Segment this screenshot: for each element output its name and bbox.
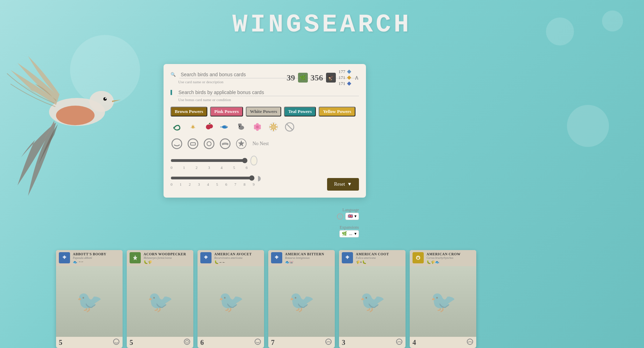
language-control: Language ? 🇬🇧 ▾ <box>337 207 359 220</box>
card-points-6: 4 <box>413 339 416 347</box>
expansions-control: Expansions 🌿 ... ▾ <box>339 225 359 237</box>
svg-point-31 <box>204 139 214 149</box>
card-nest-icon-5 <box>396 338 403 347</box>
card-footer-2: 5 <box>127 337 193 348</box>
chevron-down-icon: ▾ <box>354 214 356 219</box>
svg-point-2 <box>103 97 107 101</box>
stat3-value: 171 <box>339 81 346 86</box>
stats-area: 39 🌿 356 🦅 177 171 171 ∧ <box>287 69 359 86</box>
language-select-row: ? 🇬🇧 ▾ <box>337 213 359 220</box>
brown-powers-tag[interactable]: Brown Powers <box>171 107 207 116</box>
svg-marker-6 <box>347 76 351 80</box>
reset-button[interactable]: Reset ▼ <box>327 178 359 191</box>
ground-nest-icon[interactable] <box>219 137 231 150</box>
bird-card-acorn-woodpecker[interactable]: Acorn Woodpecker Melanerpes formicivorus… <box>127 250 193 348</box>
svg-point-3 <box>105 98 106 99</box>
language-dropdown[interactable]: 🇬🇧 ▾ <box>345 213 359 220</box>
habitat-icon <box>59 252 70 263</box>
food-berry-icon[interactable] <box>203 121 215 133</box>
card-title-block-2: Acorn Woodpecker Melanerpes formicivorus… <box>144 252 191 264</box>
card-body-6: 🐦 <box>410 266 476 337</box>
svg-point-24 <box>256 126 259 128</box>
food-invertebrate-icon[interactable] <box>171 121 183 133</box>
card-body-4: 🐦 <box>268 266 335 337</box>
card-header-2: Acorn Woodpecker Melanerpes formicivorus… <box>127 250 193 266</box>
star-nest-icon[interactable] <box>235 137 248 150</box>
card-food-icon-5: 🌾+🐛 <box>356 260 366 264</box>
diamond-icon-2 <box>347 75 352 80</box>
svg-point-11 <box>226 126 227 127</box>
point-value-slider[interactable] <box>171 175 255 181</box>
yellow-powers-tag[interactable]: Yellow Powers <box>319 107 355 116</box>
language-help-icon[interactable]: ? <box>337 213 343 220</box>
food-icons-row <box>171 121 359 133</box>
diamond-icon-3 <box>347 81 352 86</box>
svg-point-16 <box>239 126 240 127</box>
deco-circle-4 <box>602 10 623 31</box>
svg-marker-5 <box>347 70 351 74</box>
card-food-icon-3: 🐛→← <box>214 260 226 264</box>
bird-card-american-avocet[interactable]: American Avocet Recurvirostra americana … <box>198 250 264 348</box>
food-none-icon[interactable] <box>283 121 296 133</box>
card-latin-name-3: Recurvirostra americana <box>214 256 261 260</box>
card-nest-icon-2 <box>183 338 191 347</box>
filter-icon: ▼ <box>347 182 352 187</box>
habitat-icon-3 <box>200 252 212 263</box>
card-food-icon: 🐟 <box>73 260 77 264</box>
chevron-down-icon-exp: ▾ <box>354 231 356 236</box>
expansion-icon: 🌿 <box>342 231 347 236</box>
card-icons-row-3: 🐛→← <box>214 260 261 264</box>
white-powers-tag[interactable]: White Powers <box>246 107 282 116</box>
card-title-block-3: American Avocet Recurvirostra americana … <box>214 252 261 264</box>
deco-circle-2 <box>567 105 609 147</box>
pink-powers-tag[interactable]: Pink Powers <box>210 107 243 116</box>
teal-powers-tag[interactable]: Teal Powers <box>284 107 316 116</box>
expansions-dropdown[interactable]: 🌿 ... ▾ <box>339 230 359 237</box>
egg-count-slider[interactable] <box>171 158 248 163</box>
food-wild-icon[interactable] <box>267 121 280 133</box>
bird-card-abbotts-booby[interactable]: Abbott's Booby Papasula abbotti 🐟 →← 🐦 5 <box>56 250 123 348</box>
card-header-5: American Coot Fulica americana 🌾+🐛 <box>339 250 406 266</box>
habitat-icon-4 <box>271 252 282 263</box>
card-title-block: Abbott's Booby Papasula abbotti 🐟 →← <box>73 252 120 264</box>
stat-line-2: 171 <box>339 75 352 80</box>
svg-point-32 <box>207 142 211 146</box>
card-title-block-6: American Crow Corvus brachyrhynchos 🐛🌾🐟 <box>427 252 473 264</box>
card-latin-name: Papasula abbotti <box>73 256 120 260</box>
flag-icon: 🇬🇧 <box>348 214 353 219</box>
svg-marker-35 <box>238 141 244 146</box>
deco-circle-3 <box>546 17 574 45</box>
card-bird-name-2: Acorn Woodpecker <box>144 252 191 256</box>
food-rodent-icon[interactable] <box>235 121 248 133</box>
food-nectar-icon[interactable] <box>251 121 264 133</box>
cup-nest-icon[interactable] <box>171 137 183 150</box>
card-body-2: 🐦 <box>127 266 193 337</box>
count1-value: 39 <box>287 73 295 83</box>
bird-card-american-bittern[interactable]: American Bittern Botaurus lentiginosus 🐟… <box>268 250 335 348</box>
svg-point-36 <box>113 339 119 345</box>
card-body-5: 🐦 <box>339 266 406 337</box>
card-points-5: 3 <box>342 339 345 347</box>
svg-point-29 <box>188 139 198 149</box>
card-food-icon-2: 🐛🌾 <box>144 260 152 264</box>
stat-line-1: 177 <box>339 69 352 74</box>
stats-numbers: 177 171 171 <box>339 69 352 86</box>
bird-card-american-coot[interactable]: American Coot Fulica americana 🌾+🐛 🐦 3 <box>339 250 406 348</box>
platform-nest-icon[interactable] <box>187 137 199 150</box>
point-slider-labels: 0 1 2 3 4 5 6 7 8 9 <box>171 182 255 186</box>
bird-silhouette-5: 🐦 <box>359 289 386 314</box>
habitat-icon-6 <box>413 252 424 263</box>
stat-icon-green: 🌿 <box>298 73 308 83</box>
svg-point-1 <box>89 91 114 112</box>
svg-point-37 <box>184 339 190 345</box>
food-seed-icon[interactable] <box>187 121 199 133</box>
cavity-nest-icon[interactable] <box>203 137 215 150</box>
bird-card-american-crow[interactable]: American Crow Corvus brachyrhynchos 🐛🌾🐟 … <box>410 250 476 348</box>
chevron-up-button[interactable]: ∧ <box>354 74 359 81</box>
egg-count-section: 0 1 2 3 4 5 6 <box>171 156 359 170</box>
food-fish-icon[interactable] <box>219 121 231 133</box>
bird-illustration <box>0 0 175 245</box>
card-footer-5: 3 <box>339 337 406 348</box>
bonus-search-input[interactable] <box>177 89 359 96</box>
bonus-search-hint: Use bonus card name or condition <box>171 98 359 102</box>
